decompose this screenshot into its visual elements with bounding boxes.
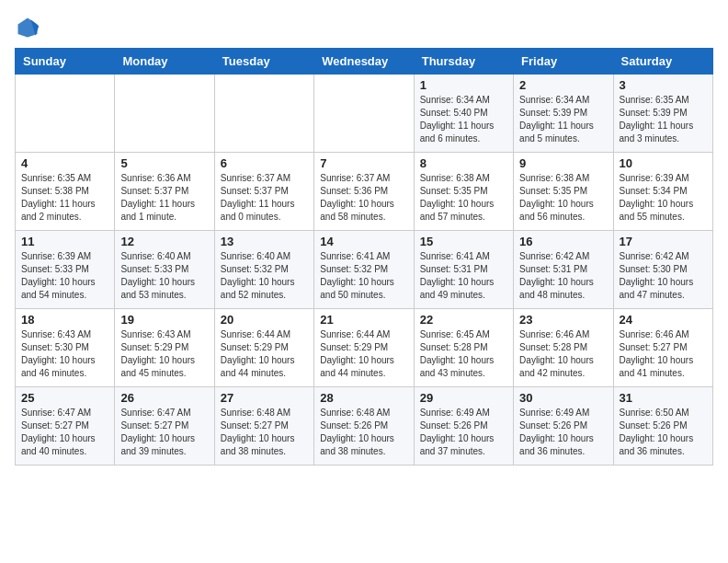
day-info: Sunrise: 6:43 AM Sunset: 5:29 PM Dayligh… — [120, 328, 208, 380]
day-info: Sunrise: 6:42 AM Sunset: 5:31 PM Dayligh… — [519, 250, 607, 302]
calendar-cell: 31Sunrise: 6:50 AM Sunset: 5:26 PM Dayli… — [613, 387, 712, 465]
day-info: Sunrise: 6:48 AM Sunset: 5:27 PM Dayligh… — [221, 407, 308, 458]
day-number: 13 — [221, 235, 308, 248]
day-info: Sunrise: 6:34 AM Sunset: 5:39 PM Dayligh… — [519, 94, 607, 145]
calendar-cell: 3Sunrise: 6:35 AM Sunset: 5:39 PM Daylig… — [613, 75, 712, 153]
week-row-1: 1Sunrise: 6:34 AM Sunset: 5:40 PM Daylig… — [16, 75, 713, 153]
day-info: Sunrise: 6:49 AM Sunset: 5:26 PM Dayligh… — [420, 407, 507, 458]
day-of-week-header-row: SundayMondayTuesdayWednesdayThursdayFrid… — [16, 49, 713, 75]
calendar-cell: 9Sunrise: 6:38 AM Sunset: 5:35 PM Daylig… — [514, 153, 613, 231]
day-number: 10 — [620, 156, 707, 170]
calendar-cell: 20Sunrise: 6:44 AM Sunset: 5:29 PM Dayli… — [214, 309, 313, 387]
day-number: 12 — [120, 235, 208, 248]
calendar-cell — [115, 75, 214, 153]
week-row-5: 25Sunrise: 6:47 AM Sunset: 5:27 PM Dayli… — [16, 387, 713, 465]
week-row-3: 11Sunrise: 6:39 AM Sunset: 5:33 PM Dayli… — [16, 231, 713, 309]
calendar-cell: 18Sunrise: 6:43 AM Sunset: 5:30 PM Dayli… — [16, 309, 115, 387]
day-number: 3 — [620, 78, 707, 92]
day-info: Sunrise: 6:46 AM Sunset: 5:27 PM Dayligh… — [620, 328, 707, 380]
day-info: Sunrise: 6:39 AM Sunset: 5:33 PM Dayligh… — [21, 250, 108, 302]
day-number: 11 — [21, 235, 108, 248]
day-number: 16 — [519, 235, 607, 248]
calendar-cell: 28Sunrise: 6:48 AM Sunset: 5:26 PM Dayli… — [314, 387, 414, 465]
day-number: 30 — [519, 391, 607, 405]
dow-header-tuesday: Tuesday — [214, 49, 313, 75]
day-number: 26 — [120, 391, 208, 405]
day-info: Sunrise: 6:35 AM Sunset: 5:38 PM Dayligh… — [21, 172, 108, 224]
calendar-cell: 1Sunrise: 6:34 AM Sunset: 5:40 PM Daylig… — [414, 75, 513, 153]
calendar-cell: 30Sunrise: 6:49 AM Sunset: 5:26 PM Dayli… — [514, 387, 613, 465]
day-info: Sunrise: 6:38 AM Sunset: 5:35 PM Dayligh… — [420, 172, 507, 224]
day-number: 24 — [620, 313, 707, 327]
day-info: Sunrise: 6:41 AM Sunset: 5:31 PM Dayligh… — [420, 250, 507, 302]
calendar-cell: 19Sunrise: 6:43 AM Sunset: 5:29 PM Dayli… — [115, 309, 214, 387]
day-info: Sunrise: 6:44 AM Sunset: 5:29 PM Dayligh… — [320, 328, 407, 380]
calendar-cell: 13Sunrise: 6:40 AM Sunset: 5:32 PM Dayli… — [214, 231, 313, 309]
day-info: Sunrise: 6:34 AM Sunset: 5:40 PM Dayligh… — [420, 94, 507, 145]
day-info: Sunrise: 6:40 AM Sunset: 5:33 PM Dayligh… — [120, 250, 208, 302]
calendar-cell: 22Sunrise: 6:45 AM Sunset: 5:28 PM Dayli… — [414, 309, 513, 387]
day-info: Sunrise: 6:40 AM Sunset: 5:32 PM Dayligh… — [221, 250, 308, 302]
logo — [15, 15, 44, 40]
calendar-cell: 29Sunrise: 6:49 AM Sunset: 5:26 PM Dayli… — [414, 387, 513, 465]
day-number: 8 — [420, 156, 507, 170]
dow-header-monday: Monday — [115, 49, 214, 75]
day-info: Sunrise: 6:39 AM Sunset: 5:34 PM Dayligh… — [620, 172, 707, 224]
calendar-cell — [214, 75, 313, 153]
day-number: 20 — [221, 313, 308, 327]
day-info: Sunrise: 6:48 AM Sunset: 5:26 PM Dayligh… — [320, 407, 407, 458]
day-info: Sunrise: 6:46 AM Sunset: 5:28 PM Dayligh… — [519, 328, 607, 380]
calendar-cell: 2Sunrise: 6:34 AM Sunset: 5:39 PM Daylig… — [514, 75, 613, 153]
day-number: 29 — [420, 391, 507, 405]
calendar-cell: 21Sunrise: 6:44 AM Sunset: 5:29 PM Dayli… — [314, 309, 414, 387]
day-number: 18 — [21, 313, 108, 327]
calendar-cell: 24Sunrise: 6:46 AM Sunset: 5:27 PM Dayli… — [613, 309, 712, 387]
dow-header-friday: Friday — [514, 49, 613, 75]
day-number: 4 — [21, 156, 108, 170]
calendar-cell: 10Sunrise: 6:39 AM Sunset: 5:34 PM Dayli… — [613, 153, 712, 231]
day-info: Sunrise: 6:49 AM Sunset: 5:26 PM Dayligh… — [519, 407, 607, 458]
day-info: Sunrise: 6:37 AM Sunset: 5:36 PM Dayligh… — [320, 172, 407, 224]
day-number: 5 — [120, 156, 208, 170]
day-number: 6 — [221, 156, 308, 170]
calendar-body: 1Sunrise: 6:34 AM Sunset: 5:40 PM Daylig… — [16, 75, 713, 465]
day-number: 14 — [320, 235, 407, 248]
day-number: 2 — [519, 78, 607, 92]
day-number: 1 — [420, 78, 507, 92]
dow-header-wednesday: Wednesday — [314, 49, 414, 75]
calendar-cell: 5Sunrise: 6:36 AM Sunset: 5:37 PM Daylig… — [115, 153, 214, 231]
day-number: 19 — [120, 313, 208, 327]
calendar-cell: 17Sunrise: 6:42 AM Sunset: 5:30 PM Dayli… — [613, 231, 712, 309]
logo-icon — [15, 15, 40, 40]
day-number: 22 — [420, 313, 507, 327]
calendar-cell — [16, 75, 115, 153]
calendar-cell — [314, 75, 414, 153]
day-number: 9 — [519, 156, 607, 170]
dow-header-sunday: Sunday — [16, 49, 115, 75]
day-info: Sunrise: 6:37 AM Sunset: 5:37 PM Dayligh… — [221, 172, 308, 224]
day-info: Sunrise: 6:41 AM Sunset: 5:32 PM Dayligh… — [320, 250, 407, 302]
calendar-cell: 16Sunrise: 6:42 AM Sunset: 5:31 PM Dayli… — [514, 231, 613, 309]
calendar-cell: 8Sunrise: 6:38 AM Sunset: 5:35 PM Daylig… — [414, 153, 513, 231]
day-info: Sunrise: 6:43 AM Sunset: 5:30 PM Dayligh… — [21, 328, 108, 380]
dow-header-thursday: Thursday — [414, 49, 513, 75]
day-info: Sunrise: 6:38 AM Sunset: 5:35 PM Dayligh… — [519, 172, 607, 224]
day-number: 28 — [320, 391, 407, 405]
day-number: 27 — [221, 391, 308, 405]
day-number: 21 — [320, 313, 407, 327]
week-row-4: 18Sunrise: 6:43 AM Sunset: 5:30 PM Dayli… — [16, 309, 713, 387]
day-number: 17 — [620, 235, 707, 248]
calendar-cell: 12Sunrise: 6:40 AM Sunset: 5:33 PM Dayli… — [115, 231, 214, 309]
day-info: Sunrise: 6:47 AM Sunset: 5:27 PM Dayligh… — [120, 407, 208, 458]
day-info: Sunrise: 6:45 AM Sunset: 5:28 PM Dayligh… — [420, 328, 507, 380]
calendar-cell: 4Sunrise: 6:35 AM Sunset: 5:38 PM Daylig… — [16, 153, 115, 231]
calendar-cell: 26Sunrise: 6:47 AM Sunset: 5:27 PM Dayli… — [115, 387, 214, 465]
calendar-cell: 15Sunrise: 6:41 AM Sunset: 5:31 PM Dayli… — [414, 231, 513, 309]
calendar-cell: 14Sunrise: 6:41 AM Sunset: 5:32 PM Dayli… — [314, 231, 414, 309]
day-info: Sunrise: 6:42 AM Sunset: 5:30 PM Dayligh… — [620, 250, 707, 302]
calendar-cell: 7Sunrise: 6:37 AM Sunset: 5:36 PM Daylig… — [314, 153, 414, 231]
page-header — [15, 15, 713, 40]
day-number: 23 — [519, 313, 607, 327]
calendar-cell: 27Sunrise: 6:48 AM Sunset: 5:27 PM Dayli… — [214, 387, 313, 465]
calendar-table: SundayMondayTuesdayWednesdayThursdayFrid… — [15, 48, 713, 465]
